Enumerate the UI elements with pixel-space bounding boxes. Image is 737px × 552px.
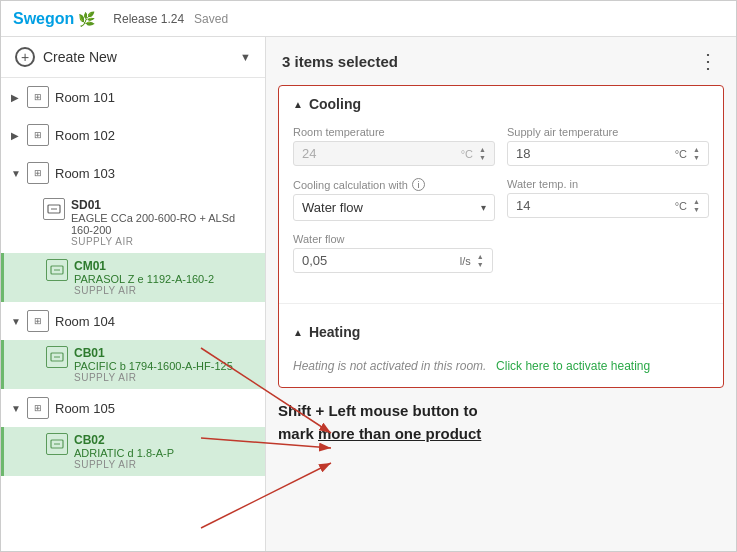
room-101-name: Room 101	[55, 90, 115, 105]
water-temp-spinner[interactable]: ▲▼	[693, 198, 700, 213]
expand-arrow-icon: ▶	[11, 130, 21, 141]
device-cb02-type: SUPPLY AIR	[74, 459, 174, 470]
room-temp-spinner[interactable]: ▲▼	[479, 146, 486, 161]
device-sd01-type: SUPPLY AIR	[71, 236, 255, 247]
cooling-calc-select[interactable]: Water flow ▾	[293, 194, 495, 221]
plus-circle-icon: +	[15, 47, 35, 67]
supply-air-temp-group: Supply air temperature 18 °C ▲▼	[507, 126, 709, 166]
device-cb01-type: SUPPLY AIR	[74, 372, 233, 383]
room-103-name: Room 103	[55, 166, 115, 181]
supply-air-temp-spinner[interactable]: ▲▼	[693, 146, 700, 161]
annotation-line1: Shift + Left mouse button to	[278, 402, 478, 419]
cooling-expand-icon: ▲	[293, 99, 303, 110]
heating-section-title: Heating	[309, 324, 360, 340]
items-selected-text: 3 items selected	[282, 53, 398, 70]
expand-arrow-icon: ▼	[11, 403, 21, 414]
top-bar: Swegon 🌿 Release 1.24 Saved	[1, 1, 736, 37]
annotation-text: Shift + Left mouse button to mark more t…	[278, 400, 724, 445]
cooling-section-body: Room temperature 24 °C ▲▼ Supply air tem…	[279, 122, 723, 299]
water-temp-label: Water temp. in	[507, 178, 709, 190]
expand-arrow-icon: ▼	[11, 168, 21, 179]
room-group-104: ▼ ⊞ Room 104 CB01 PACIFIC b 1794-1600-A-…	[1, 302, 265, 389]
cooling-calc-value: Water flow	[302, 200, 363, 215]
water-flow-spinner[interactable]: ▲▼	[477, 253, 484, 268]
room-104-name: Room 104	[55, 314, 115, 329]
device-sd01[interactable]: SD01 EAGLE CCa 200-600-RO + ALSd 160-200…	[1, 192, 265, 253]
room-group-102: ▶ ⊞ Room 102	[1, 116, 265, 154]
heating-section-body: Heating is not activated in this room. C…	[279, 350, 723, 387]
room-104-header[interactable]: ▼ ⊞ Room 104	[1, 302, 265, 340]
annotation-area: Shift + Left mouse button to mark more t…	[278, 400, 724, 445]
room-105-name: Room 105	[55, 401, 115, 416]
cooling-section-title: Cooling	[309, 96, 361, 112]
water-flow-group: Water flow 0,05 l/s ▲▼	[293, 233, 493, 273]
room-group-105: ▼ ⊞ Room 105 CB02 ADRIATIC d 1.8-A-P SUP…	[1, 389, 265, 476]
heating-expand-icon: ▲	[293, 327, 303, 338]
room-temp-value: 24	[302, 146, 457, 161]
water-flow-row: Water flow 0,05 l/s ▲▼	[293, 233, 709, 273]
device-cb02[interactable]: CB02 ADRIATIC d 1.8-A-P SUPPLY AIR	[1, 427, 265, 476]
water-temp-group: Water temp. in 14 °C ▲▼	[507, 178, 709, 221]
supply-air-temp-value: 18	[516, 146, 671, 161]
device-cb01-model: PACIFIC b 1794-1600-A-HF-125	[74, 360, 233, 372]
room-icon: ⊞	[27, 124, 49, 146]
room-102-name: Room 102	[55, 128, 115, 143]
room-101-header[interactable]: ▶ ⊞ Room 101	[1, 78, 265, 116]
logo-leaf: 🌿	[78, 11, 95, 27]
device-cb02-id: CB02	[74, 433, 174, 447]
dropdown-arrow-icon: ▼	[240, 51, 251, 63]
cooling-calc-label: Cooling calculation with i	[293, 178, 495, 191]
temp-row: Room temperature 24 °C ▲▼ Supply air tem…	[293, 126, 709, 166]
logo: Swegon 🌿	[13, 10, 95, 28]
supply-air-temp-label: Supply air temperature	[507, 126, 709, 138]
room-103-header[interactable]: ▼ ⊞ Room 103	[1, 154, 265, 192]
release-label: Release 1.24	[113, 12, 184, 26]
water-temp-value: 14	[516, 198, 671, 213]
room-icon: ⊞	[27, 310, 49, 332]
cooling-calc-group: Cooling calculation with i Water flow ▾	[293, 178, 495, 221]
device-cb01-id: CB01	[74, 346, 233, 360]
water-flow-input[interactable]: 0,05 l/s ▲▼	[293, 248, 493, 273]
main-panel: ▲ Cooling Room temperature 24 °C ▲▼	[278, 85, 724, 388]
create-new-button[interactable]: + Create New ▼	[1, 37, 265, 78]
device-cm01-model: PARASOL Z e 1192-A-160-2	[74, 273, 214, 285]
device-cm01-type: SUPPLY AIR	[74, 285, 214, 296]
device-sd01-id: SD01	[71, 198, 255, 212]
device-icon-sd01	[43, 198, 65, 220]
content-header: 3 items selected ⋮	[266, 37, 736, 85]
water-flow-value: 0,05	[302, 253, 456, 268]
room-icon: ⊞	[27, 397, 49, 419]
device-cb01[interactable]: CB01 PACIFIC b 1794-1600-A-HF-125 SUPPLY…	[1, 340, 265, 389]
supply-air-temp-unit: °C	[675, 148, 687, 160]
annotation-underline: more than one product	[318, 425, 481, 442]
heating-section-header[interactable]: ▲ Heating	[279, 314, 723, 350]
section-divider	[279, 303, 723, 304]
water-temp-unit: °C	[675, 200, 687, 212]
more-options-icon[interactable]: ⋮	[698, 49, 720, 73]
room-group-101: ▶ ⊞ Room 101	[1, 78, 265, 116]
create-new-label: Create New	[43, 49, 117, 65]
room-temp-group: Room temperature 24 °C ▲▼	[293, 126, 495, 166]
device-sd01-model: EAGLE CCa 200-600-RO + ALSd 160-200	[71, 212, 255, 236]
expand-arrow-icon: ▼	[11, 316, 21, 327]
device-icon-cm01	[46, 259, 68, 281]
expand-arrow-icon: ▶	[11, 92, 21, 103]
cooling-section-header[interactable]: ▲ Cooling	[279, 86, 723, 122]
room-temp-label: Room temperature	[293, 126, 495, 138]
room-icon: ⊞	[27, 86, 49, 108]
device-cm01-id: CM01	[74, 259, 214, 273]
heating-note: Heating is not activated in this room.	[293, 359, 486, 373]
water-temp-input[interactable]: 14 °C ▲▼	[507, 193, 709, 218]
device-cb02-model: ADRIATIC d 1.8-A-P	[74, 447, 174, 459]
supply-air-temp-input[interactable]: 18 °C ▲▼	[507, 141, 709, 166]
room-102-header[interactable]: ▶ ⊞ Room 102	[1, 116, 265, 154]
device-cm01[interactable]: CM01 PARASOL Z e 1192-A-160-2 SUPPLY AIR	[1, 253, 265, 302]
content-area: 3 items selected ⋮ ▲ Cooling Room temper…	[266, 37, 736, 551]
activate-heating-link[interactable]: Click here to activate heating	[496, 359, 650, 373]
saved-label: Saved	[194, 12, 228, 26]
annotation-line2: mark	[278, 425, 318, 442]
room-105-header[interactable]: ▼ ⊞ Room 105	[1, 389, 265, 427]
room-temp-unit: °C	[461, 148, 473, 160]
info-icon[interactable]: i	[412, 178, 425, 191]
room-temp-input: 24 °C ▲▼	[293, 141, 495, 166]
